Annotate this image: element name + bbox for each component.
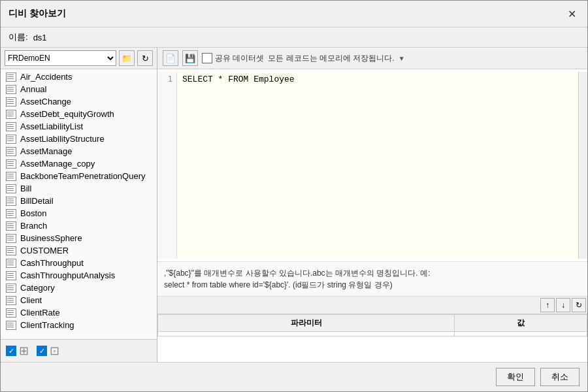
save-query-icon: 💾 [185,54,195,63]
list-item[interactable]: CashThroughput [1,257,157,269]
table-name: BackboneTeamPenetrationQuery [20,171,146,181]
open-query-icon: 📄 [165,54,176,63]
table-icon [6,97,16,106]
table-icon [6,184,16,193]
params-header: ↑ ↓ ↻ [157,297,587,314]
sql-content[interactable]: SELECT * FROM Employee [177,72,578,259]
table-name: Air_Accidents [20,72,72,82]
title-bar: 디비 찾아보기 ✕ [1,1,587,27]
checkbox-2[interactable] [37,346,47,356]
table-name: BusinessSphere [20,233,82,243]
table-name: ClientTracking [20,320,74,330]
list-item[interactable]: AssetChange [1,95,157,108]
dropdown-arrow-icon[interactable]: ▼ [399,55,405,62]
table-name: AssetManage [20,146,73,156]
open-file-button[interactable]: 📁 [119,50,135,66]
checkbox-1-icon: ⊞ [19,344,29,358]
title-bar-left: 디비 찾아보기 [8,8,66,20]
list-item[interactable]: Branch [1,220,157,232]
table-icon [6,172,16,181]
line-numbers: 1 [157,72,177,259]
value-cell [455,332,587,336]
list-item[interactable]: CUSTOMER [1,244,157,257]
table-icon [6,197,16,206]
table-row [158,332,587,336]
list-item[interactable]: BillDetail [1,195,157,207]
list-item[interactable]: Bill [1,182,157,195]
list-item[interactable]: Annual [1,83,157,95]
table-name: CashThroughput [20,258,84,268]
checkbox-1[interactable] [6,346,16,356]
left-bottom: ⊞ ⊡ [1,339,157,362]
list-item[interactable]: AssetManage [1,145,157,157]
table-name: Category [20,283,55,293]
table-name: Boston [20,208,46,218]
list-item[interactable]: AssetLiabilityStructure [1,133,157,145]
close-button[interactable]: ✕ [564,6,580,22]
params-table: 파라미터 값 [157,314,587,336]
param-col-header: 파라미터 [158,315,455,332]
param-down-button[interactable]: ↓ [556,298,570,312]
table-name: AssetLiabilityStructure [20,134,105,144]
list-item[interactable]: AssetManage_copy [1,157,157,170]
name-row: 이름: ds1 [1,27,587,48]
list-item[interactable]: Category [1,282,157,294]
right-toolbar: 📄 💾 공유 데이터셋 모든 레코드는 메모리에 저장됩니다. ▼ [157,48,587,69]
table-name: BillDetail [20,196,54,206]
table-name: AssetDebt_equityGrowth [20,109,114,119]
share-checkbox[interactable] [202,53,212,63]
checkbox-item-2: ⊡ [37,344,59,358]
param-up-button[interactable]: ↑ [540,298,555,312]
table-icon [6,135,16,144]
name-label: 이름: [8,31,28,43]
open-query-button[interactable]: 📄 [163,50,178,66]
table-icon [6,271,16,280]
checkbox-item-1: ⊞ [6,344,29,358]
line-number: 1 [161,74,172,84]
refresh-button[interactable]: ↻ [137,50,153,66]
table-icon [6,147,16,156]
open-icon: 📁 [122,54,132,63]
param-refresh-button[interactable]: ↻ [572,298,586,312]
datasource-select[interactable]: FRDemoEN [5,50,116,66]
list-item[interactable]: AssetDebt_equityGrowth [1,108,157,120]
info-label: 모든 레코드는 메모리에 저장됩니다. [268,53,394,64]
table-icon [6,110,16,119]
table-icon [6,308,16,318]
list-item[interactable]: CashThroughputAnalysis [1,269,157,282]
table-icon [6,159,16,169]
param-actions: ↑ ↓ ↻ [540,298,586,312]
checkbox-2-icon: ⊡ [50,344,59,358]
main-dialog: 디비 찾아보기 ✕ 이름: ds1 FRDemoEN 📁 ↻ [0,0,588,392]
list-item[interactable]: BackboneTeamPenetrationQuery [1,170,157,182]
refresh-icon: ↻ [142,54,149,63]
table-name: Client [20,295,42,305]
hint-line-2: select * from table where id='${abc}'. (… [164,279,581,291]
table-list: Air_Accidents Annual AssetChange AssetDe… [1,69,157,339]
list-item[interactable]: AssetLiabilityList [1,120,157,133]
main-content: FRDemoEN 📁 ↻ Air_Accidents Annual [1,48,587,362]
list-item[interactable]: Air_Accidents [1,71,157,83]
table-icon [6,296,16,305]
share-label: 공유 데이터셋 [215,53,264,64]
confirm-button[interactable]: 확인 [496,368,535,386]
dialog-footer: 확인 취소 [1,362,587,391]
table-name: AssetManage_copy [20,159,95,169]
table-name: Branch [20,221,47,231]
list-item[interactable]: BusinessSphere [1,232,157,244]
name-value: ds1 [33,33,47,42]
table-name: CashThroughputAnalysis [20,270,115,280]
table-icon [6,73,16,82]
list-item[interactable]: Client [1,294,157,306]
table-icon [6,259,16,268]
save-query-button[interactable]: 💾 [182,50,198,66]
share-checkbox-container: 공유 데이터셋 [202,53,264,64]
value-col-header: 값 [455,315,587,332]
list-item[interactable]: ClientRate [1,306,157,319]
list-item[interactable]: Boston [1,207,157,220]
table-name: AssetChange [20,97,71,106]
left-toolbar: FRDemoEN 📁 ↻ [1,48,157,69]
cancel-button[interactable]: 취소 [540,368,580,386]
table-icon [6,209,16,218]
list-item[interactable]: ClientTracking [1,319,157,331]
